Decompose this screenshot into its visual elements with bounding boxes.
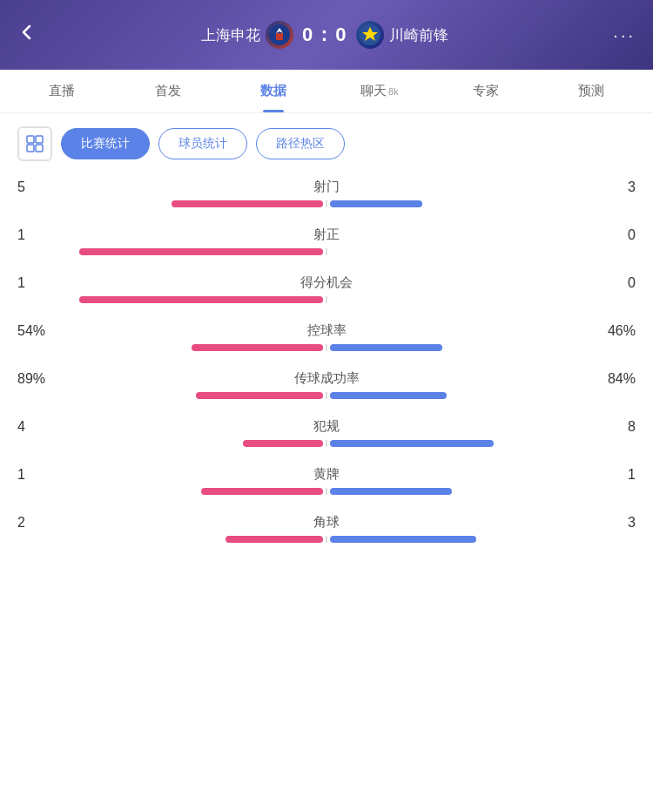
- home-team-name: 上海申花: [201, 25, 260, 45]
- svg-rect-4: [27, 136, 34, 143]
- stat-left-val-1: 1: [17, 227, 70, 243]
- bar-right-0: [330, 200, 636, 207]
- back-button[interactable]: [17, 23, 37, 47]
- svg-rect-5: [36, 136, 43, 143]
- tab-expert[interactable]: 专家: [433, 70, 539, 112]
- match-header: 上海申花 0：0 川崎前锋 ···: [0, 0, 653, 70]
- bar-divider-2: [326, 296, 327, 303]
- tab-predict[interactable]: 预测: [538, 70, 644, 112]
- bar-blue-7: [330, 536, 476, 543]
- stat-row-7: 2 角球 3: [17, 514, 636, 543]
- stat-right-val-6: 1: [583, 467, 636, 483]
- bar-right-5: [330, 440, 636, 447]
- bar-left-6: [17, 488, 323, 495]
- bar-divider-0: [326, 200, 327, 207]
- stat-row-5: 4 犯规 8: [17, 418, 636, 447]
- more-button[interactable]: ···: [613, 25, 636, 45]
- stats-list: 5 射门 3 1 射正 0: [17, 179, 636, 543]
- stat-name-7: 角球: [70, 514, 583, 531]
- stat-name-1: 射正: [70, 227, 583, 243]
- stat-left-val-0: 5: [17, 179, 70, 195]
- bar-blue-5: [330, 440, 494, 447]
- stat-name-6: 黄牌: [70, 466, 583, 483]
- bar-divider-1: [326, 248, 327, 255]
- bar-left-5: [17, 440, 323, 447]
- sub-tabs: 比赛统计 球员统计 路径热区: [17, 126, 636, 161]
- stat-row-2: 1 得分机会 0: [17, 274, 636, 303]
- bar-pink-3: [192, 344, 323, 351]
- bar-divider-5: [326, 440, 327, 447]
- bar-pink-0: [172, 200, 323, 207]
- sub-tab-heatmap[interactable]: 路径热区: [256, 128, 345, 159]
- tab-stats[interactable]: 数据: [220, 70, 326, 112]
- stat-right-val-2: 0: [583, 275, 636, 291]
- stat-name-0: 射门: [70, 179, 583, 195]
- svg-rect-7: [36, 145, 43, 152]
- tab-lineup[interactable]: 首发: [115, 70, 221, 112]
- bar-blue-3: [330, 344, 442, 351]
- bar-left-0: [17, 200, 323, 207]
- bar-divider-3: [326, 344, 327, 351]
- stat-right-val-5: 8: [583, 419, 636, 435]
- bar-right-1: [330, 248, 636, 255]
- bar-pink-5: [243, 440, 323, 447]
- stat-left-val-5: 4: [17, 419, 70, 435]
- bar-pink-1: [79, 248, 323, 255]
- away-team-name: 川崎前锋: [389, 25, 448, 45]
- bar-divider-6: [326, 488, 327, 495]
- stat-left-val-3: 54%: [17, 323, 70, 339]
- stat-left-val-4: 89%: [17, 371, 70, 387]
- stat-right-val-1: 0: [583, 227, 636, 243]
- home-team: 上海申花: [201, 21, 293, 49]
- sub-tab-match-stats[interactable]: 比赛统计: [61, 128, 150, 159]
- sub-tab-player-stats[interactable]: 球员统计: [158, 128, 247, 159]
- bar-divider-4: [326, 392, 327, 399]
- bar-left-2: [17, 296, 323, 303]
- stat-row-3: 54% 控球率 46%: [17, 322, 636, 351]
- stat-row-0: 5 射门 3: [17, 179, 636, 207]
- stat-row-6: 1 黄牌 1: [17, 466, 636, 495]
- bar-right-4: [330, 392, 636, 399]
- bar-blue-6: [330, 488, 452, 495]
- stat-row-4: 89% 传球成功率 84%: [17, 370, 636, 399]
- stat-right-val-3: 46%: [583, 323, 636, 339]
- bar-pink-7: [226, 536, 323, 543]
- match-info: 上海申花 0：0 川崎前锋: [201, 21, 448, 49]
- layout-icon[interactable]: [17, 126, 52, 161]
- bar-right-3: [330, 344, 636, 351]
- bar-left-3: [17, 344, 323, 351]
- stat-name-5: 犯规: [70, 418, 583, 435]
- bar-divider-7: [326, 536, 327, 543]
- match-score: 0：0: [302, 22, 347, 48]
- stat-right-val-0: 3: [583, 179, 636, 195]
- home-team-badge: [266, 21, 293, 49]
- stat-name-3: 控球率: [70, 322, 583, 339]
- svg-rect-1: [276, 33, 283, 40]
- stat-right-val-4: 84%: [583, 371, 636, 387]
- tab-chat[interactable]: 聊天8k: [326, 70, 433, 112]
- bar-left-7: [17, 536, 323, 543]
- bar-left-1: [17, 248, 323, 255]
- away-team: 川崎前锋: [356, 21, 448, 49]
- bar-right-7: [330, 536, 636, 543]
- stat-left-val-6: 1: [17, 467, 70, 483]
- bar-blue-4: [330, 392, 447, 399]
- content-area: 比赛统计 球员统计 路径热区 5 射门 3 1 射正 0: [0, 113, 653, 575]
- stat-name-4: 传球成功率: [70, 370, 583, 387]
- bar-pink-2: [79, 296, 323, 303]
- stat-left-val-2: 1: [17, 275, 70, 291]
- nav-tabs: 直播 首发 数据 聊天8k 专家 预测: [0, 70, 653, 113]
- tab-live[interactable]: 直播: [9, 70, 115, 112]
- stat-right-val-7: 3: [583, 515, 636, 531]
- stat-left-val-7: 2: [17, 515, 70, 531]
- bar-pink-6: [201, 488, 323, 495]
- svg-rect-6: [27, 145, 34, 152]
- bar-pink-4: [196, 392, 323, 399]
- bar-right-6: [330, 488, 636, 495]
- bar-left-4: [17, 392, 323, 399]
- stat-name-2: 得分机会: [70, 274, 583, 291]
- stat-row-1: 1 射正 0: [17, 227, 636, 255]
- bar-right-2: [330, 296, 636, 303]
- bar-blue-0: [330, 200, 422, 207]
- away-team-badge: [356, 21, 384, 49]
